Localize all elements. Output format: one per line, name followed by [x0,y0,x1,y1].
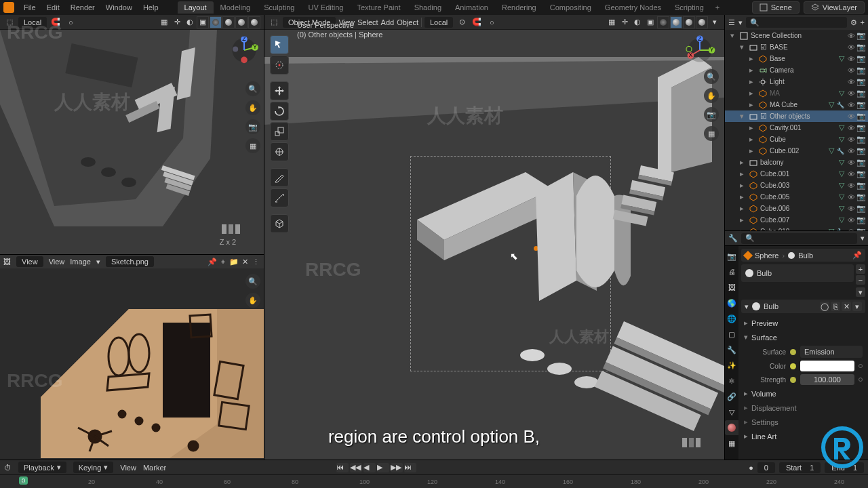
hide-viewport-icon[interactable]: 👁 [847,216,855,224]
tl-view-menu[interactable]: View [120,464,136,472]
expand-icon[interactable]: ▸ [749,54,756,63]
panel-volume[interactable]: ▸Volume [741,386,865,401]
workspace-tab-scripting[interactable]: Scripting [668,1,711,14]
disable-render-icon[interactable]: 📷 [857,124,865,132]
persp-ortho-icon[interactable]: ▦ [704,126,719,141]
outliner-row[interactable]: ▸Cube.001▽👁📷 [725,168,868,180]
fake-user-icon[interactable]: ◯ [820,302,829,311]
duplicate-icon[interactable]: ⎘ [831,302,840,311]
tab-particles[interactable]: ✨ [725,358,738,373]
outliner-row[interactable]: ▸Cube.007▽👁📷 [725,214,868,226]
shade-rendered[interactable] [248,16,260,28]
tab-scene[interactable]: 🌎 [725,296,738,310]
snap-icon[interactable]: 🧲 [471,16,483,28]
editor-type-icon[interactable]: 🔧 [728,234,738,243]
panel-displacement[interactable]: ▸Displacement [741,401,865,415]
tab-physics[interactable]: ⚛ [725,373,738,388]
editor-type-icon[interactable]: ⬚ [3,16,16,28]
expand-icon[interactable]: ▸ [740,204,747,213]
menu-file[interactable]: File [18,3,41,12]
driver-dot-icon[interactable] [859,378,863,382]
prop-edit-icon[interactable]: ○ [64,16,77,28]
prev-key-icon[interactable]: ◀◀ [350,463,362,472]
bc-material[interactable]: Bulb [798,251,813,260]
new-icon[interactable]: + [218,257,228,266]
expand-icon[interactable]: ▸ [749,135,756,144]
panel-preview[interactable]: ▸Preview [741,316,865,330]
pan-icon[interactable]: ✋ [704,88,719,103]
more-icon[interactable]: ⋮ [251,257,260,266]
outliner-row[interactable]: ▸Cube.003▽👁📷 [725,180,868,191]
shade-wire[interactable] [210,16,222,28]
tab-render[interactable]: 📷 [725,249,738,264]
shade-options-icon[interactable]: ▾ [709,16,721,28]
camera-view-icon[interactable]: 📷 [704,107,719,122]
editor-type-icon[interactable]: ⬚ [268,16,280,28]
editor-type-icon[interactable]: ⏱ [4,464,12,472]
ie-view2[interactable]: View [49,258,65,266]
hide-viewport-icon[interactable]: 👁 [847,124,855,132]
workspace-tab-animation[interactable]: Animation [448,1,495,14]
play-rev-icon[interactable]: ◀ [363,463,376,472]
tab-object[interactable]: ▢ [725,327,738,342]
filter-icon[interactable]: ⚙ [850,18,857,27]
hide-viewport-icon[interactable]: 👁 [847,78,855,86]
workspace-tab-uv-editing[interactable]: UV Editing [301,1,350,14]
hide-viewport-icon[interactable]: 👁 [847,136,855,144]
workspace-tab-texture-paint[interactable]: Texture Paint [350,1,407,14]
pan-icon[interactable]: ✋ [245,293,260,308]
frame-start[interactable]: Start1 [779,462,821,473]
remove-slot-icon[interactable]: − [856,275,865,285]
outliner-row[interactable]: ▸Cube.010▽🔧👁📷 [725,226,868,230]
orient-dropdown[interactable]: Local [425,17,453,28]
outliner-row[interactable]: ▸Cube.002▽🔧👁📷 [725,145,868,157]
expand-icon[interactable]: ▸ [749,146,756,155]
shade-matprev[interactable] [683,16,695,28]
outliner-row[interactable]: ▸Cube.005▽👁📷 [725,191,868,203]
workspace-tab-rendering[interactable]: Rendering [495,1,543,14]
overlay-icon[interactable]: ◐ [631,16,644,28]
tab-constraints[interactable]: 🔗 [725,389,738,404]
pin-icon[interactable]: 📌 [208,257,217,266]
driver-dot-icon[interactable] [859,364,863,368]
hide-viewport-icon[interactable]: 👁 [847,170,855,178]
image-filename[interactable]: Sketch.png [106,256,154,267]
node-toggle-icon[interactable]: ▾ [852,302,862,311]
expand-icon[interactable]: ▸ [740,216,747,224]
expand-icon[interactable]: ▸ [740,169,747,178]
hide-viewport-icon[interactable]: 👁 [847,89,855,98]
hide-viewport-icon[interactable]: 👁 [847,55,855,63]
pivot-icon[interactable]: ⊙ [456,16,468,28]
tab-world[interactable]: 🌐 [725,311,738,326]
unlink-icon[interactable]: ✕ [842,302,851,311]
xray-icon[interactable]: ▣ [644,16,656,28]
hide-viewport-icon[interactable]: 👁 [847,205,855,213]
options-icon[interactable]: ▾ [861,234,865,243]
shade-solid[interactable] [222,16,235,28]
hide-viewport-icon[interactable]: 👁 [847,66,855,75]
tab-data[interactable]: ▽ [725,405,738,420]
new-coll-icon[interactable]: + [861,18,865,26]
workspace-tab-layout[interactable]: Layout [178,1,214,14]
expand-icon[interactable]: ▸ [740,158,747,167]
disable-render-icon[interactable]: 📷 [857,159,865,167]
open-icon[interactable]: 📁 [229,257,239,266]
outliner-row[interactable]: ▸Light👁📷 [725,76,868,87]
disable-render-icon[interactable]: 📷 [857,216,865,224]
timeline-ruler[interactable]: 0 020406080100120140160180200220240 [0,474,868,488]
transform-tool[interactable] [270,142,289,161]
editor-type-icon[interactable]: ☰ [728,18,735,27]
slot-menu-icon[interactable]: ▾ [856,287,865,297]
viewlayer-selector[interactable]: ViewLayer [804,1,865,14]
bc-object[interactable]: Sphere [755,251,778,260]
expand-icon[interactable]: ▾ [740,43,747,52]
viewport-small[interactable]: ⬚ Local 🧲 ○ ▦ ✛ ◐ ▣ Y Z [0,15,264,255]
sel-visible-icon[interactable]: ▦ [158,16,170,28]
nav-gizmo-small[interactable]: Y Z [228,34,260,66]
disable-render-icon[interactable]: 📷 [857,147,865,155]
image-canvas[interactable]: 🔍 ✋ RRCG [0,268,264,460]
tab-texture[interactable]: ▦ [725,436,738,451]
workspace-tab-sculpting[interactable]: Sculpting [257,1,301,14]
persp-ortho-icon[interactable]: ▦ [245,138,260,153]
expand-icon[interactable]: ▾ [740,112,747,121]
